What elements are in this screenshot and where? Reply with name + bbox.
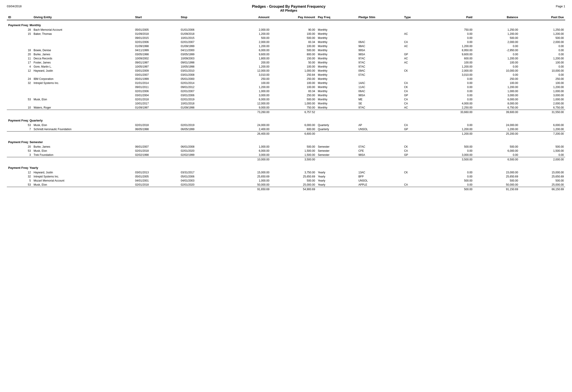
- col-pledge-stim: Pledge Stim: [357, 15, 403, 20]
- section-header: Payment Freq: Semester: [7, 137, 565, 145]
- col-type: Type: [403, 15, 428, 20]
- subtotal-row: 91,650.6954,900.69500.0091,150.6966,150.…: [7, 187, 565, 192]
- table-row: 03/01/200703/01/20083,010.00250.84Monthl…: [7, 73, 565, 77]
- header-page: Page 1: [556, 4, 565, 8]
- table-row: 3Trek Foundation02/02/199802/02/19993,00…: [7, 153, 565, 157]
- table-row: 02/01/200602/01/20071,000.0083.34Monthly…: [7, 89, 565, 93]
- table-row: 09/01/201510/01/2015500.00500.00Monthly0…: [7, 36, 565, 40]
- col-paid: Paid: [428, 15, 474, 20]
- table-row: 53Musk, Elon02/01/201802/01/202050,000.0…: [7, 183, 565, 187]
- header-date: 03/04/2018: [7, 4, 22, 8]
- table-row: 53Musk, Elon02/01/201802/01/20206,000.00…: [7, 149, 565, 153]
- table-row: 20Burke, James03/05/199803/05/19999,600.…: [7, 52, 565, 56]
- column-headers: ID Giving Entity Start Stop Amount Pay A…: [7, 15, 565, 20]
- table-row: 28Bach Memorial Account05/01/200501/01/2…: [7, 28, 565, 32]
- section-header: Payment Freq: Monthly: [7, 20, 565, 28]
- table-row: 32Intrepid Systems Inc.01/01/201402/01/2…: [7, 81, 565, 85]
- table-row: 09/01/201109/01/20121,200.00100.00Monthl…: [7, 85, 565, 89]
- table-row: 10/01/201710/01/201812,000.001,000.00Mon…: [7, 101, 565, 106]
- section-header: Payment Freq: Yearly: [7, 163, 565, 170]
- table-row: 12Hayward, Justin03/01/201303/31/201715,…: [7, 170, 565, 175]
- table-row: 12Hayward, Justin03/01/200903/01/201012,…: [7, 69, 565, 73]
- table-row: 10Waters, Roger01/09/199701/09/19989,000…: [7, 106, 565, 110]
- table-row: 53Musk, Elon02/01/201802/01/20196,000.00…: [7, 97, 565, 101]
- table-row: 7Schmidt Aeronautic Foundation06/05/1998…: [7, 127, 565, 131]
- table-row: 20Burke, James06/01/200706/01/20081,000.…: [7, 145, 565, 149]
- table-row: 53Musk, Elon02/01/201802/01/201924,000.0…: [7, 123, 565, 127]
- table-row: 32Intrepid Systems Inc.05/01/200505/01/2…: [7, 175, 565, 179]
- col-past-due: Past Due: [520, 15, 565, 20]
- subtotal-row: 26,400.006,600.001,200.0025,200.007,200.…: [7, 131, 565, 136]
- table-row: 5Mozart Memorial Account04/01/200104/01/…: [7, 179, 565, 183]
- section-header: Payment Freq: Quarterly: [7, 115, 565, 123]
- col-pay-amount: Pay Amount: [271, 15, 317, 20]
- report-title: Pledges - Grouped By Payment Frequency: [252, 4, 326, 9]
- subtotal-row: 10,000.003,500.003,500.006,500.002,000.0…: [7, 157, 565, 162]
- subtotal-row: 73,260.006,757.5233,660.0039,600.0031,55…: [7, 110, 565, 114]
- table-row: 17Foster, James09/01/199709/01/1998200.0…: [7, 61, 565, 65]
- col-id: ID: [7, 15, 32, 20]
- table-row: 02/01/200602/01/20072,000.0083.34Monthly…: [7, 40, 565, 44]
- table-row: 01/09/199801/09/19991,200.00100.00Monthl…: [7, 44, 565, 48]
- spacer-row: [7, 191, 565, 193]
- col-amount: Amount: [225, 15, 271, 20]
- col-stop: Stop: [179, 15, 225, 20]
- page-header: 03/04/2018 Pledges - Grouped By Payment …: [7, 4, 565, 12]
- table-row: 15Baker, Thomas01/09/201801/09/20181,200…: [7, 32, 565, 36]
- table-row: 18Bowie, Denise04/11/199904/11/20006,000…: [7, 48, 565, 52]
- table-row: 24IBM Corporation05/01/199905/01/2000250…: [7, 77, 565, 81]
- header-center: Pledges - Grouped By Payment Frequency A…: [252, 4, 326, 12]
- table-row: 4Gore, Martin L.10/05/199710/05/19981,20…: [7, 65, 565, 69]
- table-row: 11Decca Records10/09/200210/09/20031,800…: [7, 56, 565, 61]
- col-balance: Balance: [474, 15, 520, 20]
- report-subtitle: All Pledges: [252, 9, 326, 12]
- table-row: 03/01/200403/01/20063,000.00250.00Monthl…: [7, 93, 565, 97]
- col-start: Start: [134, 15, 179, 20]
- col-pay-freq: Pay Freq: [317, 15, 357, 20]
- col-giving-entity: Giving Entity: [32, 15, 134, 20]
